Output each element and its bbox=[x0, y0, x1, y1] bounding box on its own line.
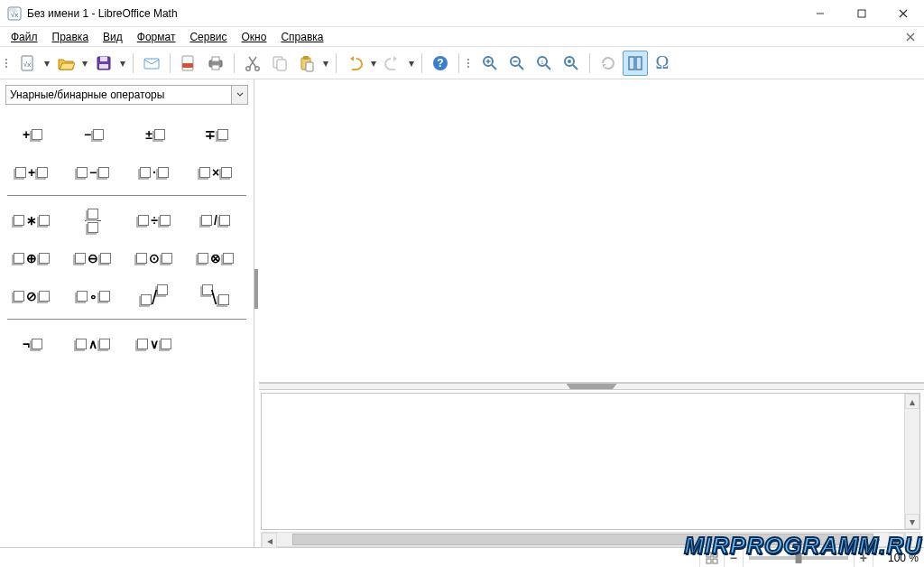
element-circled-slash[interactable]: ⊘ bbox=[9, 283, 54, 310]
element-circled-times[interactable]: ⊗ bbox=[193, 245, 238, 272]
paste-button[interactable] bbox=[294, 51, 319, 76]
zoom-in-button[interactable] bbox=[477, 51, 503, 76]
zoom-100-button[interactable]: 1 bbox=[531, 51, 557, 76]
element-multiplication-dot[interactable]: · bbox=[132, 159, 177, 186]
element-wide-slash[interactable]: / bbox=[132, 283, 177, 310]
element-unary-minus[interactable]: − bbox=[70, 121, 116, 148]
chevron-down-icon bbox=[231, 86, 247, 104]
scroll-corner bbox=[905, 532, 920, 547]
toolbar-grip[interactable] bbox=[5, 52, 11, 74]
copy-button[interactable] bbox=[267, 51, 292, 76]
element-minus-plus[interactable]: ∓ bbox=[193, 121, 238, 148]
redo-dropdown[interactable]: ▾ bbox=[407, 51, 416, 76]
menu-help[interactable]: Справка bbox=[275, 29, 328, 45]
scroll-up-icon[interactable]: ▴ bbox=[905, 394, 919, 409]
refresh-button[interactable] bbox=[596, 51, 621, 76]
close-document-button[interactable] bbox=[902, 29, 919, 45]
zoom-value[interactable]: 100 % bbox=[873, 548, 924, 567]
minimize-button[interactable] bbox=[799, 0, 841, 27]
element-addition[interactable]: + bbox=[9, 159, 54, 186]
save-dropdown[interactable]: ▾ bbox=[118, 51, 127, 76]
element-division-colon[interactable]: ÷ bbox=[132, 207, 177, 234]
undo-button[interactable] bbox=[342, 51, 367, 76]
element-circled-plus[interactable]: ⊕ bbox=[9, 245, 54, 272]
open-dropdown[interactable]: ▾ bbox=[80, 51, 89, 76]
element-wide-backslash[interactable]: \ bbox=[193, 283, 238, 310]
new-button[interactable]: √x bbox=[15, 51, 41, 76]
element-unary-plus[interactable]: + bbox=[9, 121, 54, 148]
formula-cursor-button[interactable] bbox=[623, 51, 648, 76]
menu-edit[interactable]: Правка bbox=[47, 29, 95, 45]
element-division-fraction[interactable] bbox=[70, 207, 116, 234]
close-button[interactable] bbox=[882, 0, 924, 27]
formula-editor-input[interactable] bbox=[262, 394, 904, 529]
elements-row: ∗÷/ bbox=[7, 201, 246, 239]
help-button[interactable]: ? bbox=[428, 51, 453, 76]
print-button[interactable] bbox=[203, 51, 228, 76]
element-boolean-and[interactable]: ∧ bbox=[70, 330, 116, 358]
element-plus-minus[interactable]: ± bbox=[132, 121, 177, 148]
element-subtraction[interactable]: − bbox=[70, 159, 116, 186]
elements-row: ⊕⊖⊙⊗ bbox=[7, 239, 246, 277]
zoom-show-all-button[interactable] bbox=[559, 51, 584, 76]
element-boolean-not[interactable]: ¬ bbox=[9, 330, 54, 358]
symbols-button[interactable]: Ω bbox=[650, 51, 675, 76]
elements-row: +−±∓ bbox=[7, 116, 246, 153]
svg-rect-44 bbox=[713, 553, 717, 557]
open-button[interactable] bbox=[53, 51, 79, 76]
new-dropdown[interactable]: ▾ bbox=[42, 51, 51, 76]
menu-view[interactable]: Вид bbox=[97, 29, 128, 45]
zoom-fit-button[interactable] bbox=[700, 548, 725, 567]
svg-text:√x: √x bbox=[23, 60, 31, 69]
cut-button[interactable] bbox=[240, 51, 265, 76]
svg-rect-24 bbox=[303, 56, 309, 60]
scroll-thumb[interactable] bbox=[292, 534, 873, 545]
redo-button[interactable] bbox=[380, 51, 405, 76]
menubar: Файл Правка Вид Формат Сервис Окно Справ… bbox=[0, 27, 924, 47]
window-title: Без имени 1 - LibreOffice Math bbox=[27, 7, 178, 20]
svg-rect-25 bbox=[306, 62, 313, 71]
svg-rect-22 bbox=[277, 60, 286, 70]
scroll-down-icon[interactable]: ▾ bbox=[905, 514, 919, 529]
element-circled-minus[interactable]: ⊖ bbox=[70, 245, 116, 272]
element-circled-dot[interactable]: ⊙ bbox=[132, 245, 177, 272]
elements-category-select[interactable]: Унарные/бинарные операторы bbox=[5, 85, 248, 105]
element-division-slash[interactable]: / bbox=[193, 207, 238, 234]
horizontal-splitter[interactable] bbox=[259, 383, 924, 390]
zoom-slider[interactable] bbox=[744, 548, 855, 567]
menu-file[interactable]: Файл bbox=[5, 29, 43, 45]
scroll-right-icon[interactable]: ▸ bbox=[889, 533, 904, 548]
editor-scrollbar-v[interactable]: ▴ ▾ bbox=[904, 394, 919, 529]
svg-text:1: 1 bbox=[541, 59, 544, 64]
standard-toolbar: √x ▾ ▾ ▾ ▾ ▾ ▾ ? bbox=[0, 47, 924, 79]
paste-dropdown[interactable]: ▾ bbox=[321, 51, 330, 76]
elements-row: ¬∧∨ bbox=[7, 325, 246, 363]
formula-preview[interactable] bbox=[259, 79, 924, 383]
svg-rect-41 bbox=[629, 57, 634, 70]
formula-editor: ▴ ▾ bbox=[261, 393, 920, 530]
element-boolean-or[interactable]: ∨ bbox=[132, 330, 177, 358]
menu-format[interactable]: Формат bbox=[132, 29, 181, 45]
scroll-left-icon[interactable]: ◂ bbox=[262, 533, 277, 548]
export-pdf-button[interactable] bbox=[176, 51, 201, 76]
element-concatenate[interactable]: ∘ bbox=[70, 283, 116, 310]
svg-rect-46 bbox=[713, 559, 717, 563]
editor-scrollbar-h[interactable]: ◂ ▸ bbox=[261, 532, 920, 547]
status-message bbox=[0, 548, 700, 567]
menu-window[interactable]: Окно bbox=[236, 29, 273, 45]
svg-rect-18 bbox=[212, 65, 219, 70]
zoom-in-status-button[interactable]: + bbox=[855, 548, 873, 567]
menu-tools[interactable]: Сервис bbox=[184, 29, 232, 45]
element-multiplication-cross[interactable]: × bbox=[193, 159, 238, 186]
statusbar: − + 100 % bbox=[0, 547, 924, 567]
zoom-out-status-button[interactable]: − bbox=[725, 548, 744, 567]
maximize-button[interactable] bbox=[841, 0, 882, 27]
undo-dropdown[interactable]: ▾ bbox=[369, 51, 378, 76]
elements-row: +−·× bbox=[7, 153, 246, 196]
save-button[interactable] bbox=[91, 51, 116, 76]
svg-line-36 bbox=[546, 65, 550, 70]
element-multiplication-star[interactable]: ∗ bbox=[9, 207, 54, 234]
toolbar-grip[interactable] bbox=[467, 52, 473, 74]
zoom-out-button[interactable] bbox=[504, 51, 530, 76]
mail-button[interactable] bbox=[139, 51, 164, 76]
